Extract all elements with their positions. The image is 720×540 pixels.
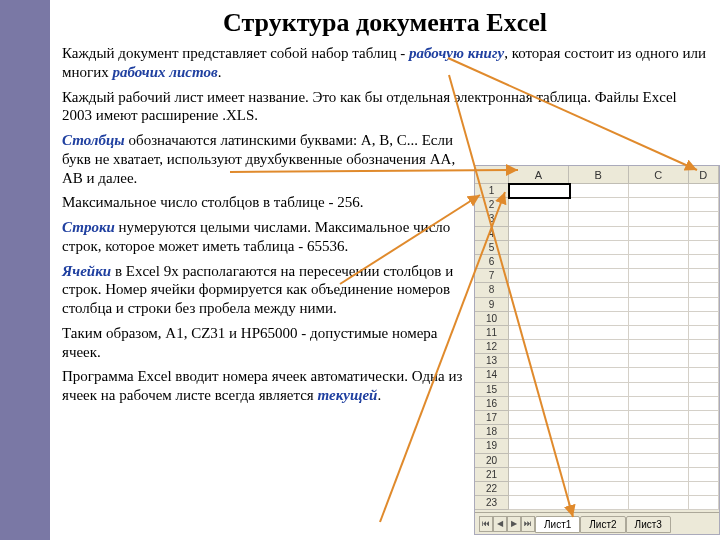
select-all-corner[interactable] — [475, 166, 509, 184]
active-cell[interactable] — [508, 183, 571, 199]
cell[interactable] — [629, 283, 689, 297]
cell[interactable] — [569, 269, 629, 283]
cell[interactable] — [629, 298, 689, 312]
cell[interactable] — [629, 241, 689, 255]
sheet-tab[interactable]: Лист2 — [580, 516, 625, 533]
cell[interactable] — [509, 383, 569, 397]
cell[interactable] — [689, 439, 719, 453]
cell[interactable] — [509, 326, 569, 340]
cell[interactable] — [629, 454, 689, 468]
cell[interactable] — [569, 255, 629, 269]
tab-nav-first[interactable]: ⏮ — [479, 516, 493, 532]
cell[interactable] — [629, 255, 689, 269]
cell[interactable] — [569, 212, 629, 226]
cell[interactable] — [569, 383, 629, 397]
cell[interactable] — [689, 198, 719, 212]
cell[interactable] — [509, 454, 569, 468]
cell[interactable] — [569, 368, 629, 382]
row-header[interactable]: 4 — [475, 227, 509, 241]
cell[interactable] — [629, 340, 689, 354]
cell[interactable] — [569, 397, 629, 411]
cell[interactable] — [629, 496, 689, 510]
row-header[interactable]: 8 — [475, 283, 509, 297]
cell[interactable] — [569, 312, 629, 326]
row-header[interactable]: 3 — [475, 212, 509, 226]
cell[interactable] — [689, 411, 719, 425]
cell[interactable] — [509, 269, 569, 283]
cell[interactable] — [569, 283, 629, 297]
col-header[interactable]: D — [689, 166, 719, 184]
row-header[interactable]: 10 — [475, 312, 509, 326]
cell[interactable] — [629, 397, 689, 411]
cell[interactable] — [569, 439, 629, 453]
cell[interactable] — [629, 212, 689, 226]
cell[interactable] — [569, 468, 629, 482]
cell[interactable] — [629, 383, 689, 397]
cell[interactable] — [689, 269, 719, 283]
cell[interactable] — [689, 184, 719, 198]
row-header[interactable]: 17 — [475, 411, 509, 425]
col-header[interactable]: C — [629, 166, 689, 184]
tab-nav-prev[interactable]: ◀ — [493, 516, 507, 532]
cell[interactable] — [569, 241, 629, 255]
cell[interactable] — [509, 241, 569, 255]
cell[interactable] — [509, 340, 569, 354]
cell[interactable] — [509, 312, 569, 326]
cell[interactable] — [629, 198, 689, 212]
row-header[interactable]: 22 — [475, 482, 509, 496]
cell[interactable] — [569, 482, 629, 496]
cell[interactable] — [689, 340, 719, 354]
sheet-tab[interactable]: Лист1 — [535, 516, 580, 533]
cell[interactable] — [509, 283, 569, 297]
tab-nav-next[interactable]: ▶ — [507, 516, 521, 532]
row-header[interactable]: 20 — [475, 454, 509, 468]
row-header[interactable]: 18 — [475, 425, 509, 439]
cell[interactable] — [689, 241, 719, 255]
cell[interactable] — [509, 468, 569, 482]
cell[interactable] — [509, 255, 569, 269]
row-header[interactable]: 1 — [475, 184, 509, 198]
row-header[interactable]: 5 — [475, 241, 509, 255]
row-header[interactable]: 13 — [475, 354, 509, 368]
row-header[interactable]: 11 — [475, 326, 509, 340]
cell[interactable] — [629, 354, 689, 368]
cell[interactable] — [689, 326, 719, 340]
cell[interactable] — [509, 298, 569, 312]
cell[interactable] — [509, 425, 569, 439]
cell[interactable] — [509, 439, 569, 453]
cell[interactable] — [509, 227, 569, 241]
cell[interactable] — [509, 368, 569, 382]
cell[interactable] — [509, 354, 569, 368]
row-header[interactable]: 15 — [475, 383, 509, 397]
cell[interactable] — [629, 368, 689, 382]
cell[interactable] — [509, 212, 569, 226]
cell[interactable] — [689, 482, 719, 496]
cell[interactable] — [569, 298, 629, 312]
row-header[interactable]: 16 — [475, 397, 509, 411]
cell[interactable] — [509, 496, 569, 510]
cell[interactable] — [689, 312, 719, 326]
cell[interactable] — [629, 184, 689, 198]
cell[interactable] — [569, 198, 629, 212]
cell[interactable] — [569, 227, 629, 241]
tab-nav-last[interactable]: ⏭ — [521, 516, 535, 532]
cell[interactable] — [570, 184, 630, 198]
cell[interactable] — [689, 283, 719, 297]
cell[interactable] — [689, 255, 719, 269]
cell[interactable] — [509, 482, 569, 496]
cell[interactable] — [629, 326, 689, 340]
cell[interactable] — [509, 397, 569, 411]
cell[interactable] — [629, 411, 689, 425]
cell[interactable] — [569, 354, 629, 368]
cell[interactable] — [689, 212, 719, 226]
cell[interactable] — [689, 454, 719, 468]
cell[interactable] — [629, 468, 689, 482]
cell[interactable] — [689, 298, 719, 312]
row-header[interactable]: 7 — [475, 269, 509, 283]
cell[interactable] — [629, 482, 689, 496]
cell[interactable] — [569, 425, 629, 439]
cell[interactable] — [689, 368, 719, 382]
cell[interactable] — [689, 397, 719, 411]
cell[interactable] — [689, 354, 719, 368]
cell[interactable] — [689, 468, 719, 482]
